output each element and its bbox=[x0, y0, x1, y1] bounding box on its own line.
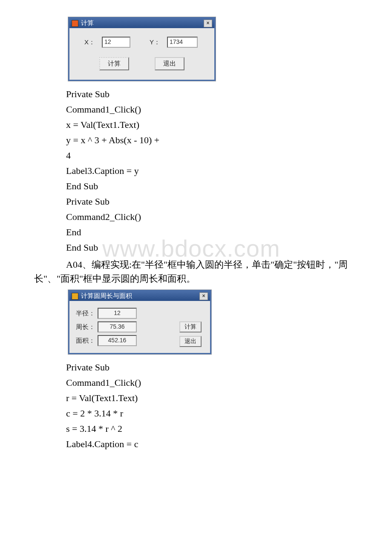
close-icon[interactable]: × bbox=[199, 292, 208, 300]
titlebar: 计算圆周长与面积 × bbox=[69, 291, 210, 301]
problem-a04-text: A04、编程实现:在"半径"框中输入圆的半径，单击"确定"按钮时，"周长"、"面… bbox=[34, 257, 358, 286]
calc-button[interactable]: 计算 bbox=[99, 57, 129, 70]
code-line: s = 3.14 * r ^ 2 bbox=[66, 423, 358, 434]
vb-window-calc: 计算 × X： 12 Y： 1734 计算 退出 bbox=[68, 17, 216, 81]
code-line: End Sub bbox=[66, 181, 358, 192]
label4-circumference-output: 75.36 bbox=[98, 321, 137, 332]
label-x: X： bbox=[74, 38, 98, 46]
code-line: Private Sub bbox=[66, 362, 358, 373]
code-line: Label3.Caption = y bbox=[66, 165, 358, 176]
exit-button[interactable]: 退出 bbox=[179, 336, 202, 347]
vb-window-circle: 计算圆周长与面积 × 半径： 12 周长： 75.36 面积： 45 bbox=[68, 290, 211, 354]
app-icon bbox=[72, 293, 78, 300]
code-line: Command2_Click() bbox=[66, 211, 358, 223]
label-radius: 半径： bbox=[74, 309, 98, 318]
label-area: 面积： bbox=[74, 337, 98, 345]
code-line: Command1_Click() bbox=[66, 377, 358, 388]
calc-button[interactable]: 计算 bbox=[179, 321, 202, 332]
window-title: 计算圆周长与面积 bbox=[81, 292, 132, 300]
code-line: End Sub bbox=[66, 242, 358, 253]
code-block-1: Private Sub Command1_Click() x = Val(Tex… bbox=[34, 89, 358, 253]
titlebar: 计算 × bbox=[69, 18, 214, 28]
code-line: y = x ^ 3 + Abs(x - 10) + bbox=[66, 135, 358, 146]
label3-y-output: 1734 bbox=[167, 37, 198, 48]
label-circumference: 周长： bbox=[74, 323, 98, 331]
code-line: Private Sub bbox=[66, 89, 358, 100]
code-line: x = Val(Text1.Text) bbox=[66, 119, 358, 130]
code-line: 4 bbox=[66, 150, 358, 161]
code-line: Label4.Caption = c bbox=[66, 439, 358, 450]
window-title: 计算 bbox=[81, 19, 94, 27]
exit-button[interactable]: 退出 bbox=[155, 57, 184, 70]
text1-x-input[interactable]: 12 bbox=[102, 37, 130, 48]
code-block-2: Private Sub Command1_Click() r = Val(Tex… bbox=[34, 362, 358, 450]
app-icon bbox=[72, 20, 78, 27]
label-area-output: 452.16 bbox=[98, 335, 137, 346]
code-line: r = Val(Text1.Text) bbox=[66, 393, 358, 404]
code-line: c = 2 * 3.14 * r bbox=[66, 408, 358, 419]
code-line: End bbox=[66, 227, 358, 238]
close-icon[interactable]: × bbox=[204, 20, 212, 27]
label-y: Y： bbox=[135, 38, 163, 46]
code-line: Command1_Click() bbox=[66, 104, 358, 115]
code-line: Private Sub bbox=[66, 196, 358, 207]
text1-radius-input[interactable]: 12 bbox=[98, 308, 137, 319]
